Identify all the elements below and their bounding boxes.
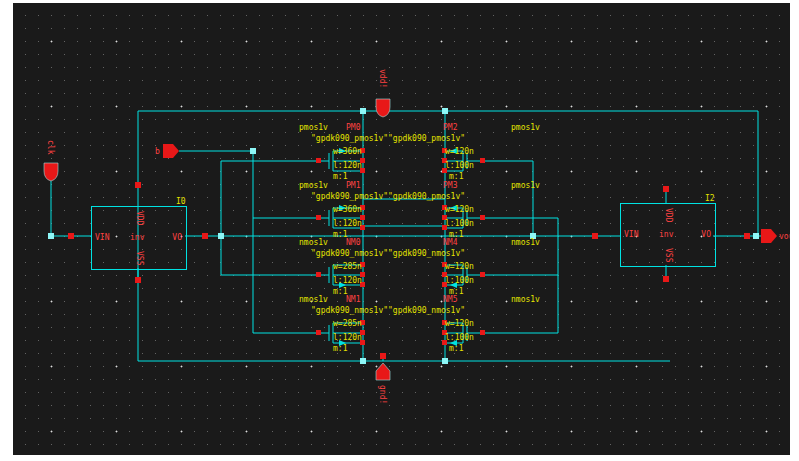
labels-pm3[interactable]: PM3 pmos1v "gpdk090_pmos1v" w=120n l:100… — [441, 181, 621, 239]
vout-port-label: vout — [779, 232, 790, 241]
desc-label: "gpdk090_nmos1v" — [311, 306, 388, 315]
inverter-instance-i0[interactable]: I0 VDD VIN inv VO VSS — [91, 206, 187, 270]
cell-name: inv — [659, 230, 673, 239]
w-label: w=120n — [445, 262, 474, 271]
model-label: pmos1v — [299, 181, 328, 190]
pin-vo: VO — [172, 233, 182, 242]
model-label: nmos1v — [299, 238, 328, 247]
desc-label: "gpdk090_pmos1v" — [311, 192, 388, 201]
b-port-label: b — [155, 147, 160, 156]
desc-label: "gpdk090_pmos1v" — [388, 134, 465, 143]
pin-vss: VSS — [135, 251, 144, 265]
m-label: m:1 — [333, 172, 347, 181]
instance-id: I0 — [176, 197, 186, 206]
pin-vo: VO — [701, 230, 711, 239]
l-label: l:120n — [333, 219, 362, 228]
l-label: l:120n — [333, 333, 362, 342]
labels-nm4[interactable]: NM4 nmos1v "gpdk090_nmos1v" w=120n l:100… — [441, 238, 621, 296]
w-label: w=285n — [333, 262, 362, 271]
instance-id: I2 — [705, 194, 715, 203]
vdd-label: vdd! — [378, 69, 387, 88]
instance-name: PM3 — [443, 181, 457, 190]
l-label: l:100n — [445, 219, 474, 228]
instance-name: PM1 — [346, 181, 360, 190]
desc-label: "gpdk090_pmos1v" — [311, 134, 388, 143]
w-label: w=360n — [333, 147, 362, 156]
desc-label: "gpdk090_pmos1v" — [388, 192, 465, 201]
instance-name: PM2 — [443, 123, 457, 132]
l-label: l:120n — [333, 276, 362, 285]
m-label: m:1 — [449, 344, 463, 353]
vout-output-pin-symbol[interactable] — [761, 229, 777, 243]
w-label: w=360n — [333, 205, 362, 214]
model-label: pmos1v — [511, 123, 540, 132]
instance-name: NM1 — [346, 295, 360, 304]
b-input-pin-symbol[interactable] — [163, 144, 179, 158]
inverter-instance-i2[interactable]: I2 VDD VIN inv VO VSS — [620, 203, 716, 267]
m-label: m:1 — [333, 344, 347, 353]
vdd-symbol[interactable] — [376, 99, 390, 117]
clk-pin-symbol[interactable] — [44, 163, 58, 181]
w-label: w=120n — [445, 147, 474, 156]
model-label: pmos1v — [299, 123, 328, 132]
pin-vss: VSS — [664, 248, 673, 262]
model-label: nmos1v — [511, 238, 540, 247]
schematic-window: clk b vout vdd! gnd! I0 VDD VIN inv VO V… — [0, 0, 799, 461]
instance-name: NM4 — [443, 238, 457, 247]
desc-label: "gpdk090_nmos1v" — [388, 249, 465, 258]
clk-port-label: clk — [46, 140, 55, 154]
instance-name: NM0 — [346, 238, 360, 247]
instance-name: PM0 — [346, 123, 360, 132]
model-label: nmos1v — [299, 295, 328, 304]
desc-label: "gpdk090_nmos1v" — [311, 249, 388, 258]
schematic-canvas[interactable]: clk b vout vdd! gnd! I0 VDD VIN inv VO V… — [13, 3, 790, 455]
pin-vdd: VDD — [135, 211, 144, 225]
gnd-label: gnd! — [378, 385, 387, 404]
desc-label: "gpdk090_nmos1v" — [388, 306, 465, 315]
model-label: nmos1v — [511, 295, 540, 304]
cell-name: inv — [130, 233, 144, 242]
w-label: w=120n — [445, 205, 474, 214]
pin-vdd: VDD — [664, 208, 673, 222]
l-label: l:120n — [333, 161, 362, 170]
l-label: l:100n — [445, 161, 474, 170]
l-label: l:100n — [445, 333, 474, 342]
l-label: l:100n — [445, 276, 474, 285]
m-label: m:1 — [449, 172, 463, 181]
instance-name: NM5 — [443, 295, 457, 304]
labels-nm5[interactable]: NM5 nmos1v "gpdk090_nmos1v" w=120n l:100… — [441, 295, 621, 353]
w-label: w=120n — [445, 319, 474, 328]
pin-vin: VIN — [624, 230, 638, 239]
w-label: w=285n — [333, 319, 362, 328]
model-label: pmos1v — [511, 181, 540, 190]
gnd-symbol[interactable] — [376, 363, 390, 380]
labels-pm2[interactable]: PM2 pmos1v "gpdk090_pmos1v" w=120n l:100… — [441, 123, 621, 181]
pin-vin: VIN — [95, 233, 109, 242]
